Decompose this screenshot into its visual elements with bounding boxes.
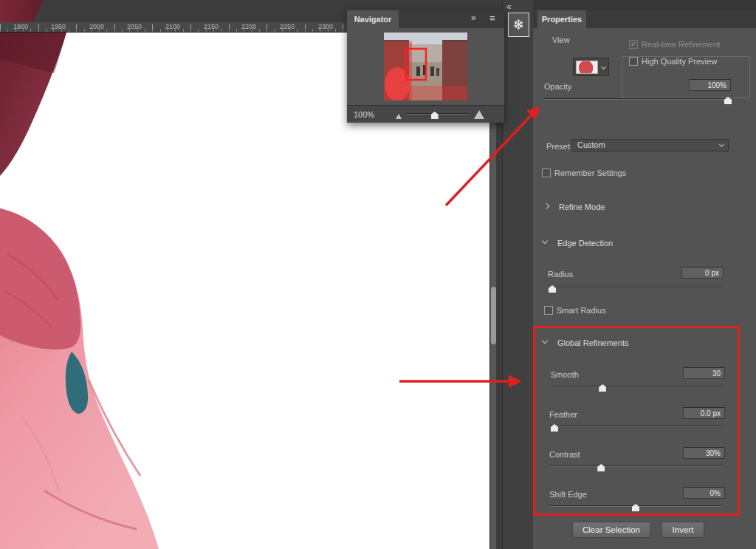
opacity-label: Opacity: [544, 82, 571, 91]
refine-tool-icon[interactable]: ❄: [508, 13, 529, 37]
realtime-refinement-checkbox[interactable]: ✓: [629, 40, 638, 49]
ruler-label: 2150: [204, 23, 219, 30]
chevron-right-icon: [543, 203, 549, 209]
remember-settings-label: Remember Settings: [554, 168, 626, 177]
opacity-slider-track[interactable]: [544, 98, 731, 100]
preset-label: Preset:: [546, 142, 572, 151]
radius-slider-track[interactable]: [548, 287, 722, 288]
refine-mode-header[interactable]: Refine Mode: [559, 202, 605, 211]
image-overflow-corner: [0, 0, 43, 22]
chevron-down-icon: [601, 64, 606, 69]
view-mode-dropdown[interactable]: [573, 58, 609, 76]
edge-detection-header[interactable]: Edge Detection: [557, 239, 613, 248]
high-quality-preview-checkbox[interactable]: [629, 57, 638, 66]
high-quality-preview-label: High Quality Preview: [642, 57, 717, 66]
ruler-label: 2000: [89, 23, 104, 30]
check-icon: ✓: [630, 40, 636, 48]
preset-dropdown[interactable]: Custom: [571, 139, 729, 151]
ruler-label: 2050: [127, 23, 142, 30]
opacity-value-field[interactable]: [689, 79, 731, 91]
select-and-mask-workspace: 1900 1950 2000 2050 2100 2150 2200 2250 …: [0, 0, 756, 549]
ruler-label: 2100: [165, 23, 180, 30]
vertical-scrollbar-thumb[interactable]: [491, 287, 496, 344]
ruler-label: 1900: [13, 23, 28, 30]
navigator-body: [347, 28, 504, 105]
chevron-down-icon: [719, 142, 724, 147]
clear-selection-button[interactable]: Clear Selection: [572, 522, 650, 538]
chevron-down-icon: [542, 238, 548, 244]
navigator-thumbnail[interactable]: [384, 33, 467, 100]
remember-settings-checkbox[interactable]: [542, 168, 551, 177]
zoom-level-field[interactable]: 100%: [354, 110, 374, 119]
navigator-zoom-bar: 100%: [347, 105, 504, 123]
panel-expand-icon[interactable]: »: [471, 13, 476, 23]
tab-properties[interactable]: Properties: [537, 10, 586, 28]
smart-radius-label: Smart Radius: [557, 306, 606, 315]
collapse-panel-icon[interactable]: «: [506, 1, 512, 12]
zoom-in-icon[interactable]: [474, 110, 484, 119]
navigator-tabbar: Navigator » ≡: [347, 10, 504, 28]
ruler-label: 2300: [318, 23, 333, 30]
smart-radius-checkbox[interactable]: [544, 306, 553, 315]
annotation-highlight-rectangle: [533, 326, 740, 516]
tool-strip: « ❄: [502, 0, 533, 549]
preset-value: Custom: [577, 140, 605, 149]
navigator-zoom-slider[interactable]: [406, 109, 470, 120]
properties-tabbar: Properties: [533, 10, 756, 28]
panel-menu-icon[interactable]: ≡: [489, 13, 495, 24]
navigator-preview-image: [384, 33, 467, 100]
ruler-label: 1950: [51, 23, 66, 30]
view-mode-thumbnail: [576, 61, 598, 74]
radius-slider[interactable]: [548, 283, 722, 293]
zoom-out-icon[interactable]: [396, 114, 402, 119]
navigator-panel: Navigator » ≡: [347, 10, 504, 123]
opacity-slider[interactable]: [544, 95, 731, 105]
tab-navigator[interactable]: Navigator: [347, 10, 399, 28]
view-label: View: [552, 35, 570, 44]
realtime-refinement-label: Real-time Refinement: [642, 40, 720, 49]
ruler-label: 2250: [280, 23, 295, 30]
ruler-label: 2200: [241, 23, 256, 30]
radius-label: Radius: [548, 270, 573, 279]
radius-value-field[interactable]: [681, 267, 724, 279]
invert-button[interactable]: Invert: [662, 522, 704, 538]
